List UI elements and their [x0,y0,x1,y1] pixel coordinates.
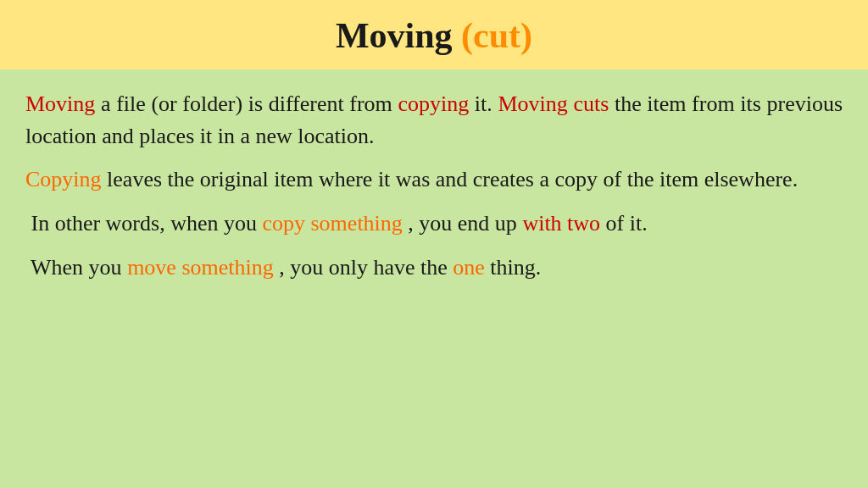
paragraph-4: When you move something , you only have … [25,252,843,284]
text-segment-1b: it. [475,92,498,116]
header: Moving (cut) [0,0,868,69]
copying-label-2: Copying [25,167,102,191]
text-segment-3a: In other words, when you [25,211,262,236]
text-segment-1a: a file (or folder) is different from [101,92,398,116]
text-segment-4c: thing. [490,255,541,280]
title-highlight: (cut) [461,16,532,55]
move-something-label: move something [127,255,274,280]
text-segment-2a: leaves the original item where it was an… [107,167,798,191]
with-two-label: with two [522,211,600,236]
copying-label-1: copying [398,92,469,116]
one-label: one [453,255,485,280]
copy-something-label: copy something [262,211,402,236]
moving-cuts-label: Moving cuts [498,92,609,116]
content-area: Moving a file (or folder) is different f… [0,69,868,488]
paragraph-3: In other words, when you copy something … [25,208,843,240]
text-segment-3b: , you end up [408,211,522,236]
text-segment-4a: When you [25,255,127,280]
slide-title: Moving (cut) [17,15,851,56]
moving-label-1: Moving [25,92,95,116]
paragraph-1: Moving a file (or folder) is different f… [25,88,843,152]
paragraph-2: Copying leaves the original item where i… [25,164,843,196]
text-segment-3c: of it. [606,211,648,236]
text-segment-4b: , you only have the [279,255,453,280]
